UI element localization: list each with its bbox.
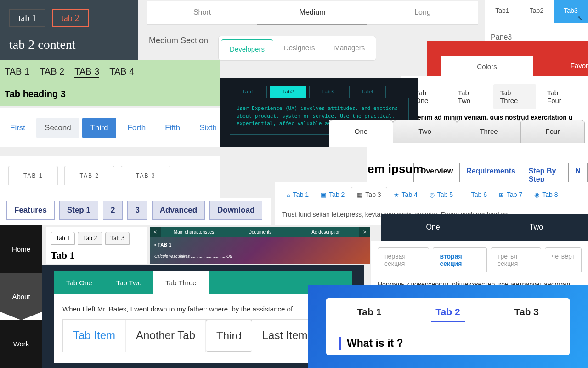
tab-3[interactable]: ▦Tab 3: [351, 187, 387, 202]
panel-green-uppercase: TAB 1 TAB 2 TAB 3 TAB 4 Tab heading 3: [0, 60, 220, 106]
tab-two[interactable]: Two: [485, 214, 588, 242]
tab-one[interactable]: Tab One: [54, 271, 104, 294]
tab-step-3[interactable]: 3: [127, 201, 147, 220]
tab-two[interactable]: Two: [393, 120, 457, 143]
tab-8[interactable]: ◉Tab 8: [529, 187, 563, 202]
label: Tab 4: [402, 191, 418, 198]
label: Tab 7: [507, 191, 522, 198]
tab-two[interactable]: Tab Two: [104, 271, 154, 294]
tab-4[interactable]: ★Tab 4: [388, 187, 423, 202]
star-icon: ★: [394, 191, 399, 198]
tab-documents[interactable]: Documents: [227, 227, 293, 237]
tab-1[interactable]: Tab 1: [51, 232, 75, 245]
grid-icon: ⊞: [499, 191, 504, 198]
heading: Tab 1: [51, 249, 142, 261]
tab-four[interactable]: Tab Four: [541, 84, 580, 109]
dot-icon: ◉: [534, 191, 539, 198]
list-icon: ≡: [465, 191, 469, 198]
tab-6[interactable]: ≡Tab 6: [459, 187, 492, 202]
tab-2[interactable]: tab 2: [52, 9, 88, 27]
tab-long[interactable]: Long: [368, 1, 478, 24]
tab-three[interactable]: Tab Three: [153, 271, 208, 294]
tab-1[interactable]: tab 1: [9, 9, 45, 27]
tab-home[interactable]: Home: [0, 225, 42, 273]
tab-main[interactable]: Main characteristics: [161, 227, 227, 237]
tab-medium[interactable]: Medium: [257, 1, 368, 25]
tab-section-3[interactable]: третья секция: [491, 247, 541, 272]
tab-3[interactable]: Tab3: [554, 0, 588, 23]
panel-russian-sections: первая секция вторая секция третья секци…: [371, 241, 588, 287]
tab-about[interactable]: About: [0, 273, 42, 320]
label: Tab 1: [293, 191, 309, 198]
tab-2[interactable]: Tab2: [520, 0, 554, 23]
tab-1[interactable]: Tab1: [230, 86, 267, 98]
inner-tab-third[interactable]: Third: [206, 320, 252, 352]
panel-dark-one-two: One Two: [381, 214, 588, 242]
tab-1[interactable]: ⌂Tab 1: [281, 187, 314, 202]
tab-first[interactable]: First: [2, 118, 34, 138]
label: Tab 5: [437, 191, 453, 198]
tab-one[interactable]: One: [381, 214, 485, 242]
panel-folder-tabs: One Two Three Four: [329, 120, 588, 147]
tab-four[interactable]: Four: [520, 120, 585, 143]
tab-1[interactable]: Tab 1: [352, 306, 386, 322]
tab-2[interactable]: TAB 2: [64, 166, 114, 185]
tab-2[interactable]: Tab2: [270, 86, 307, 98]
heading-question: What is it ?: [339, 337, 557, 350]
tab-3[interactable]: TAB 3: [74, 66, 99, 78]
tab-4[interactable]: TAB 4: [109, 66, 134, 78]
tab-ad[interactable]: Ad description: [293, 227, 359, 237]
tab-three[interactable]: Three: [457, 120, 521, 143]
tab-step-1[interactable]: Step 1: [59, 201, 98, 220]
tab-two[interactable]: Tab Two: [452, 84, 489, 109]
panel-red-colors: Colors Favor: [427, 41, 588, 76]
label: Tab 8: [542, 191, 558, 198]
tab-favor[interactable]: Favor: [571, 62, 588, 69]
tab-second[interactable]: Second: [36, 118, 79, 138]
subtab-developers[interactable]: Developers: [221, 39, 273, 58]
tab-features[interactable]: Features: [6, 201, 55, 220]
tab-fifth[interactable]: Fifth: [157, 118, 188, 138]
tab-3[interactable]: TAB 3: [121, 166, 170, 185]
inner-tab-item[interactable]: Tab Item: [63, 320, 126, 352]
tab-forth[interactable]: Forth: [119, 118, 154, 138]
subtab-managers[interactable]: Managers: [326, 39, 373, 58]
prev-arrow-icon[interactable]: <: [150, 227, 161, 237]
tab-download[interactable]: Download: [209, 201, 262, 220]
row-label: Calculs vasculaires ....................…: [150, 253, 370, 259]
panel-blue-tab3: Tab1 Tab2 Tab3 ↖: [485, 0, 588, 23]
next-arrow-icon[interactable]: >: [359, 227, 370, 237]
tab-2[interactable]: ▣Tab 2: [315, 187, 350, 202]
tab-4[interactable]: Tab4: [349, 86, 386, 98]
tab-sixth[interactable]: Sixth: [191, 118, 225, 138]
tab-colors[interactable]: Colors: [441, 56, 533, 76]
tab-step-2[interactable]: 2: [103, 201, 123, 220]
inner-tab-another[interactable]: Another Tab: [126, 320, 206, 352]
tab-1[interactable]: Tab1: [485, 0, 520, 23]
panel-overview: em ipsum Overview Requirements Step By S…: [368, 147, 588, 182]
tab-work[interactable]: Work: [0, 320, 42, 368]
tab-section-4[interactable]: четвёрт: [545, 247, 582, 272]
tab-one[interactable]: One: [329, 120, 393, 143]
tab-advanced[interactable]: Advanced: [152, 201, 205, 220]
panel-boxed-uppercase: TAB 1 TAB 2 TAB 3: [0, 156, 220, 198]
tab-short[interactable]: Short: [147, 1, 257, 24]
tab-section-1[interactable]: первая секция: [378, 247, 429, 272]
tab-3[interactable]: Tab 3: [510, 306, 543, 322]
tab-3[interactable]: Tab 3: [105, 232, 130, 245]
tab-5[interactable]: ◎Tab 5: [424, 187, 458, 202]
tab-3[interactable]: Tab3: [309, 86, 346, 98]
tab-2[interactable]: Tab 2: [78, 232, 102, 245]
tab-2[interactable]: TAB 2: [40, 66, 64, 78]
tab-2[interactable]: Tab 2: [431, 306, 464, 322]
tab-three[interactable]: Tab Three: [493, 84, 536, 109]
tab-1[interactable]: TAB 1: [5, 66, 29, 78]
tab-1[interactable]: TAB 1: [8, 166, 58, 185]
globe-icon: ◎: [430, 191, 435, 198]
label: Tab 3: [365, 191, 381, 198]
subtab-designers[interactable]: Designers: [276, 39, 323, 58]
tab-7[interactable]: ⊞Tab 7: [493, 187, 528, 202]
tab-section-2[interactable]: вторая секция: [433, 247, 487, 272]
tab-third[interactable]: Third: [82, 118, 117, 138]
calendar-icon: ▦: [357, 191, 362, 198]
